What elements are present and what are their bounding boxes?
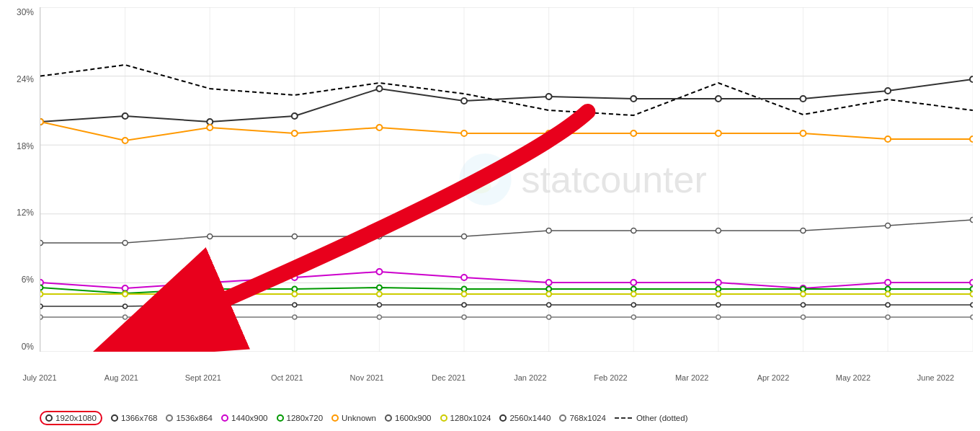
svg-point-109 <box>377 315 381 319</box>
svg-point-73 <box>377 285 382 290</box>
y-label-12: 12% <box>17 208 34 218</box>
x-label-jun2022: June 2022 <box>917 373 954 382</box>
legend-dot-1536x864 <box>166 414 173 422</box>
svg-point-72 <box>292 287 297 292</box>
svg-point-93 <box>40 304 43 308</box>
x-label-dec2021: Dec 2021 <box>432 373 466 382</box>
legend-item-unknown[interactable]: Unknown <box>331 414 376 422</box>
svg-point-89 <box>716 292 721 297</box>
svg-point-92 <box>971 292 973 297</box>
svg-point-25 <box>376 86 382 92</box>
x-label-feb2022: Feb 2022 <box>594 373 627 382</box>
legend-item-1366x768[interactable]: 1366x768 <box>111 414 158 422</box>
svg-point-32 <box>970 76 973 82</box>
svg-point-78 <box>801 287 806 292</box>
svg-point-107 <box>208 315 212 319</box>
svg-point-79 <box>886 287 891 292</box>
svg-point-91 <box>886 292 891 297</box>
svg-point-96 <box>293 303 297 307</box>
svg-point-35 <box>207 125 213 130</box>
svg-point-68 <box>970 280 973 285</box>
svg-point-50 <box>462 234 467 239</box>
line-1600x900 <box>40 220 973 243</box>
svg-point-81 <box>40 292 43 297</box>
x-label-sep2021: Sept 2021 <box>185 373 221 382</box>
svg-point-54 <box>801 228 806 234</box>
legend-item-1280x720[interactable]: 1280x720 <box>277 414 324 422</box>
svg-point-80 <box>971 287 973 292</box>
svg-point-43 <box>885 136 891 142</box>
svg-point-63 <box>546 280 552 285</box>
svg-point-103 <box>886 303 890 307</box>
svg-point-46 <box>122 241 128 246</box>
legend-label-1440x900: 1440x900 <box>231 414 268 422</box>
legend-dot-1366x768 <box>111 414 118 422</box>
legend-item-1536x864[interactable]: 1536x864 <box>166 414 213 422</box>
chart-area: statcounter <box>40 7 973 352</box>
svg-point-82 <box>122 292 128 297</box>
svg-point-102 <box>801 303 805 307</box>
legend-label-unknown: Unknown <box>342 414 376 422</box>
x-label-apr2022: Apr 2022 <box>757 373 790 382</box>
svg-point-61 <box>376 269 382 275</box>
y-label-0: 0% <box>22 342 34 352</box>
svg-point-34 <box>122 138 128 143</box>
svg-point-100 <box>631 303 636 307</box>
legend-dot-768x1024 <box>559 414 566 422</box>
svg-point-59 <box>207 280 213 285</box>
legend-dot-1280x1024 <box>440 414 447 422</box>
svg-point-77 <box>716 287 721 292</box>
svg-point-47 <box>208 234 213 239</box>
legend-item-other[interactable]: Other (dotted) <box>615 414 688 422</box>
legend-item-768x1024[interactable]: 768x1024 <box>559 414 606 422</box>
x-label-oct2021: Oct 2021 <box>271 373 303 382</box>
line-unknown <box>40 122 973 141</box>
legend-item-1440x900[interactable]: 1440x900 <box>221 414 268 422</box>
svg-point-27 <box>546 94 552 99</box>
svg-point-105 <box>40 315 43 319</box>
line-1440x900 <box>40 272 973 288</box>
legend-item-2560x1440[interactable]: 2560x1440 <box>499 414 551 422</box>
svg-point-40 <box>631 130 636 136</box>
svg-point-84 <box>292 292 297 297</box>
x-label-jan2022: Jan 2022 <box>514 373 546 382</box>
y-label-24: 24% <box>17 74 34 84</box>
svg-point-83 <box>208 292 213 297</box>
svg-point-41 <box>716 130 721 136</box>
annotation-arrow <box>184 112 588 317</box>
svg-point-23 <box>207 119 213 125</box>
x-axis: July 2021 Aug 2021 Sept 2021 Oct 2021 No… <box>40 373 973 382</box>
svg-point-33 <box>40 119 43 125</box>
svg-point-38 <box>461 130 467 136</box>
svg-point-94 <box>123 304 128 308</box>
svg-point-51 <box>546 228 551 234</box>
svg-point-64 <box>631 280 636 285</box>
legend-item-1280x1024[interactable]: 1280x1024 <box>440 414 491 422</box>
svg-point-86 <box>462 292 467 297</box>
chart-svg <box>40 7 973 352</box>
svg-point-111 <box>547 315 551 319</box>
svg-point-98 <box>462 303 466 307</box>
svg-point-56 <box>971 218 973 223</box>
line-other <box>40 65 973 115</box>
x-label-aug2021: Aug 2021 <box>104 373 138 382</box>
line-1280x720 <box>40 288 973 293</box>
legend-label-1280x1024: 1280x1024 <box>450 414 491 422</box>
legend: 1920x1080 1366x768 1536x864 1440x900 128… <box>40 411 973 425</box>
legend-item-1600x900[interactable]: 1600x900 <box>385 414 432 422</box>
legend-dot-2560x1440 <box>499 414 507 422</box>
chart-container: 30% 24% 18% 12% 6% 0% statcounter <box>0 0 980 431</box>
svg-point-36 <box>292 130 298 136</box>
svg-point-53 <box>716 228 721 234</box>
svg-point-42 <box>800 130 806 136</box>
x-label-nov2021: Nov 2021 <box>350 373 384 382</box>
legend-item-1920x1080[interactable]: 1920x1080 <box>40 411 102 425</box>
svg-point-28 <box>631 96 636 102</box>
svg-point-22 <box>122 113 128 119</box>
svg-point-37 <box>376 125 382 130</box>
legend-label-other: Other (dotted) <box>636 414 688 422</box>
y-label-18: 18% <box>17 141 34 151</box>
svg-point-108 <box>293 315 297 319</box>
svg-point-75 <box>546 287 551 292</box>
legend-label-2560x1440: 2560x1440 <box>509 414 551 422</box>
